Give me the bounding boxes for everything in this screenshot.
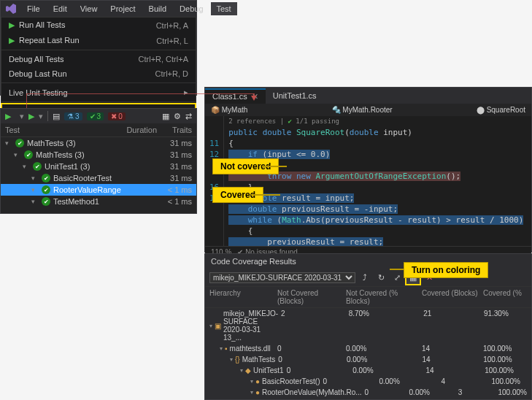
coverage-row[interactable]: ▾● BasicRooterTest()00.00%4100.00%	[205, 376, 531, 387]
crumb-ns[interactable]: 📦 MyMath	[211, 106, 247, 114]
menubar: File Edit View Project Build Debug Test	[1, 1, 196, 17]
menu-test[interactable]: Test	[211, 2, 237, 15]
test-row[interactable]: ▾✔TestMethod1< 1 ms	[1, 196, 196, 207]
menu-build[interactable]: Build	[143, 2, 172, 15]
callout-covered: Covered	[212, 187, 263, 203]
test-row[interactable]: ▾✔UnitTest1 (3)31 ms	[1, 161, 196, 172]
col-duration[interactable]: Duration	[113, 126, 157, 134]
playlist-icon[interactable]: ▤	[53, 112, 60, 121]
play-icon: ▶	[9, 20, 15, 29]
menu-edit[interactable]: Edit	[47, 2, 73, 15]
test-row[interactable]: ▾✔RooterValueRange< 1 ms	[1, 184, 196, 196]
col-nc-pct[interactable]: Not Covered (% Blocks)	[343, 289, 419, 305]
test-row[interactable]: ▾✔MathTests (3)31 ms	[1, 149, 196, 161]
tab-class1[interactable]: Class1.cs✕	[205, 88, 266, 104]
debug-icon[interactable]: ▶	[28, 112, 34, 121]
col-nc-blocks[interactable]: Not Covered (Blocks)	[274, 289, 343, 305]
export-icon[interactable]: ⤴	[358, 271, 371, 284]
coverage-row[interactable]: ▾▪ mathtests.dll00.00%14100.00%	[205, 343, 531, 354]
menu-debug[interactable]: Debug	[174, 2, 209, 15]
menu-view[interactable]: View	[74, 2, 104, 15]
expand-icon[interactable]: ⤢	[390, 271, 404, 284]
callout-not-covered: Not covered	[212, 158, 279, 174]
run-icon[interactable]: ▶	[5, 112, 11, 121]
col-c-blocks[interactable]: Covered (Blocks)	[419, 289, 480, 305]
merge-icon[interactable]: ↻	[374, 271, 388, 284]
callout-coloring: Turn on coloring	[404, 262, 488, 278]
menu-file[interactable]: File	[21, 2, 46, 15]
crumb-method[interactable]: ⬤ SquareRoot	[477, 106, 525, 114]
grid-icon[interactable]: ▦	[162, 112, 169, 121]
col-traits[interactable]: Traits	[157, 126, 192, 134]
play-icon: ▶	[9, 36, 15, 45]
crumb-class[interactable]: 🔩 MyMath.Rooter	[332, 106, 393, 114]
settings-icon[interactable]: ⚙	[174, 112, 181, 121]
test-explorer: ▶▾ ▶▾ ▤ ⚗ 3 ✔ 3 ✖ 0 ▦ ⚙ ⇄ Test Duration …	[0, 108, 197, 214]
menu-project[interactable]: Project	[104, 2, 141, 15]
pass-badge[interactable]: ✔ 3	[87, 112, 104, 120]
coverage-row[interactable]: ▾▣ mikejo_MIKEJO-SURFACE 2020-03-31 13_.…	[205, 308, 531, 343]
vs-logo-icon	[5, 2, 17, 15]
coverage-run-dropdown[interactable]: mikejo_MIKEJO-SURFACE 2020-03-31 13_44	[209, 272, 355, 283]
tab-unittest1[interactable]: UnitTest1.cs	[266, 89, 324, 102]
live-unit-testing[interactable]: Live Unit Testing▸	[1, 85, 196, 100]
test-tree: ▾✔MathTests (3)31 ms▾✔MathTests (3)31 ms…	[1, 137, 196, 207]
fail-badge[interactable]: ✖ 0	[108, 112, 126, 120]
test-menu-dropdown: ▶Run All TestsCtrl+R, A ▶Repeat Last Run…	[1, 17, 196, 119]
test-row[interactable]: ▾✔MathTests (3)31 ms	[1, 137, 196, 149]
filter-icon[interactable]: ⇄	[185, 112, 192, 121]
debug-all-tests[interactable]: Debug All TestsCtrl+R, Ctrl+A	[1, 52, 196, 66]
col-c-pct[interactable]: Covered (%	[480, 289, 527, 305]
flask-badge[interactable]: ⚗ 3	[64, 112, 82, 120]
col-test[interactable]: Test	[5, 126, 113, 134]
debug-last-run[interactable]: Debug Last RunCtrl+R, D	[1, 66, 196, 81]
run-all-tests[interactable]: ▶Run All TestsCtrl+R, A	[1, 18, 196, 33]
test-row[interactable]: ▾✔BasicRooterTest31 ms	[1, 172, 196, 184]
close-icon[interactable]: ✕	[252, 92, 258, 101]
repeat-last-run[interactable]: ▶Repeat Last RunCtrl+R, L	[1, 33, 196, 48]
coverage-row[interactable]: ▾◆ UnitTest100.00%14100.00%	[205, 365, 531, 376]
coverage-row[interactable]: ▾{} MathTests00.00%14100.00%	[205, 354, 531, 365]
coverage-row[interactable]: ▾● RooterOneValue(MyMath.Ro...00.00%3100…	[205, 387, 531, 398]
col-hierarchy[interactable]: Hierarchy	[209, 289, 274, 305]
